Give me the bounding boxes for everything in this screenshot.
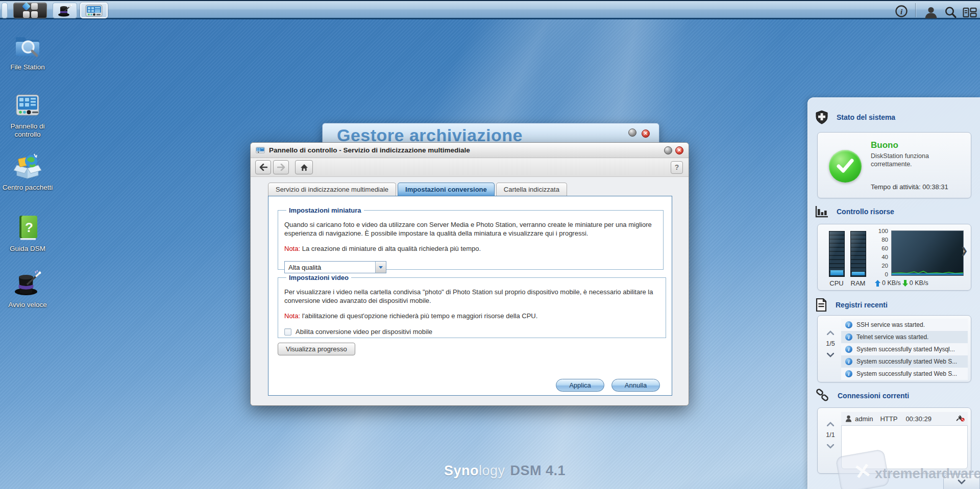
- connection-row[interactable]: admin HTTP 00:30:29: [841, 412, 968, 425]
- logs-page-indicator: 1/5: [822, 340, 839, 347]
- recent-logs-header[interactable]: Registri recenti: [815, 298, 888, 312]
- brand-light: logy: [479, 463, 505, 478]
- log-row[interactable]: iSystem successfully started Mysql...: [841, 343, 968, 355]
- resource-monitor-header[interactable]: Controllo risorse: [815, 205, 894, 218]
- note-label: Nota:: [284, 245, 300, 252]
- taskbar-info-button[interactable]: i: [894, 3, 909, 19]
- apply-button[interactable]: Applica: [556, 379, 604, 392]
- chevron-up-icon[interactable]: [827, 422, 834, 426]
- ram-label: RAM: [849, 279, 867, 287]
- dialog-toolbar: ?: [251, 158, 689, 177]
- health-uptime: Tempo di attività: 00:38:31: [871, 183, 948, 191]
- log-row[interactable]: iSystem successfully started Web S...: [841, 355, 968, 368]
- desktop-icon-control-panel[interactable]: Pannello di controllo: [0, 91, 55, 139]
- help-button[interactable]: ?: [671, 161, 683, 174]
- chevron-up-icon[interactable]: [827, 330, 834, 335]
- resource-monitor-card[interactable]: CPU RAM 100 80 60 40 20 0 0 KB/s 0 KB/s …: [817, 224, 971, 291]
- system-health-card: Buono DiskStation funziona correttamente…: [817, 132, 971, 198]
- forward-arrow-icon: [277, 164, 285, 171]
- taskbar-separator: [915, 3, 916, 17]
- connection-user: admin: [855, 415, 873, 423]
- control-panel-icon: [13, 91, 42, 120]
- main-menu-button[interactable]: [13, 3, 47, 18]
- info-icon: i: [894, 4, 909, 18]
- video-settings-legend: Impostazioni video: [286, 274, 351, 281]
- control-panel-icon: [256, 146, 265, 154]
- tab-bar: Servizio di indicizzazione multimediale …: [268, 183, 569, 196]
- chevron-down-icon[interactable]: [827, 353, 834, 357]
- magic-hat-icon: [13, 269, 42, 299]
- control-panel-task-button[interactable]: [80, 3, 108, 18]
- axis-tick: 20: [874, 263, 888, 269]
- ram-gauge: [850, 231, 866, 277]
- view-progress-button[interactable]: Visualizza progresso: [278, 343, 355, 355]
- back-button[interactable]: [255, 160, 271, 174]
- info-icon: i: [845, 370, 852, 377]
- taskbar: i: [0, 0, 980, 19]
- show-desktop-button[interactable]: [2, 3, 8, 18]
- log-row[interactable]: iTelnet service was started.: [841, 331, 968, 343]
- forward-button[interactable]: [273, 160, 289, 174]
- dsm-version: DSM 4.1: [510, 463, 566, 478]
- home-button[interactable]: [295, 160, 313, 174]
- desktop-icon-label: Pannello di controllo: [0, 122, 55, 139]
- taskbar-user-button[interactable]: [924, 4, 938, 20]
- thumbnail-quality-select[interactable]: Alta qualità: [284, 261, 386, 273]
- tab-conversion-settings[interactable]: Impostazioni conversione: [398, 183, 495, 196]
- logs-pager: 1/5: [822, 328, 839, 359]
- connection-protocol: HTTP: [880, 415, 897, 423]
- close-icon[interactable]: ✕: [675, 146, 683, 155]
- dsm-help-icon: ?: [13, 213, 42, 243]
- resource-monitor-expand-arrow[interactable]: ❯: [961, 246, 968, 255]
- widgets-collapse-tab[interactable]: [943, 474, 980, 489]
- video-settings-group: Impostazioni video Per visualizzare i vi…: [278, 274, 666, 338]
- info-icon: i: [845, 346, 852, 353]
- desktop-icon-dsm-help[interactable]: ? Guida DSM: [0, 213, 55, 253]
- network-speeds: 0 KB/s 0 KB/s: [875, 279, 928, 287]
- thumbnail-settings-text: Quando si caricano foto e video da utili…: [284, 220, 657, 238]
- dialog-titlebar[interactable]: Pannello di controllo - Servizio di indi…: [251, 143, 689, 158]
- search-icon: [943, 6, 958, 19]
- shield-icon: [815, 110, 828, 124]
- control-panel-icon: [85, 5, 103, 17]
- enable-video-conversion-label: Abilita conversione video per dispositiv…: [296, 328, 432, 336]
- dropdown-button[interactable]: [375, 262, 386, 273]
- axis-tick: 0: [874, 271, 888, 277]
- current-connections-card: 1/1 admin HTTP 00:30:29: [817, 407, 971, 474]
- back-arrow-icon: [259, 164, 267, 171]
- svg-text:i: i: [900, 8, 903, 16]
- quick-launch-button[interactable]: [53, 3, 77, 18]
- download-arrow-icon: [902, 280, 908, 287]
- taskbar-search-button[interactable]: [943, 4, 958, 20]
- desktop-icon-file-station[interactable]: File Station: [0, 32, 55, 71]
- tab-media-indexing-service[interactable]: Servizio di indicizzazione multimediale: [268, 183, 396, 196]
- connections-list-area: [841, 425, 968, 469]
- minimize-button[interactable]: [664, 146, 672, 155]
- system-health-header[interactable]: Stato del sistema: [815, 110, 895, 124]
- current-connections-header[interactable]: Connessioni correnti: [815, 389, 909, 403]
- cancel-button[interactable]: Annulla: [611, 379, 660, 392]
- home-icon: [300, 164, 308, 171]
- tab-indexed-folder[interactable]: Cartella indicizzata: [496, 183, 567, 196]
- selected-quality: Alta qualità: [285, 264, 375, 271]
- axis-tick: 100: [874, 228, 888, 234]
- log-row[interactable]: iSSH service was started.: [841, 319, 968, 331]
- minimize-button[interactable]: [628, 128, 636, 137]
- chevron-down-icon[interactable]: [827, 444, 834, 449]
- magic-hat-icon: [57, 4, 72, 17]
- enable-video-conversion-checkbox[interactable]: [284, 328, 291, 336]
- main-menu-icon: [23, 3, 38, 18]
- desktop-icon-package-center[interactable]: Centro pacchetti: [0, 152, 55, 192]
- desktop-icon-quick-start[interactable]: Avvio veloce: [0, 269, 55, 309]
- desktop-icon-label: Guida DSM: [0, 245, 55, 253]
- disconnect-icon[interactable]: [956, 415, 965, 423]
- widget-title: Stato del sistema: [837, 113, 895, 121]
- health-description: DiskStation funziona correttamente.: [871, 152, 958, 168]
- desktop-icon-label: Avvio veloce: [0, 301, 55, 309]
- axis-tick: 40: [874, 254, 888, 260]
- conversion-settings-pane: Impostazioni miniatura Quando si carican…: [268, 196, 672, 396]
- taskbar-pilot-view-button[interactable]: [963, 4, 977, 21]
- network-usage-chart: [891, 230, 964, 276]
- close-icon[interactable]: ✕: [642, 130, 650, 138]
- log-row[interactable]: iSystem successfully started Web S...: [841, 368, 968, 380]
